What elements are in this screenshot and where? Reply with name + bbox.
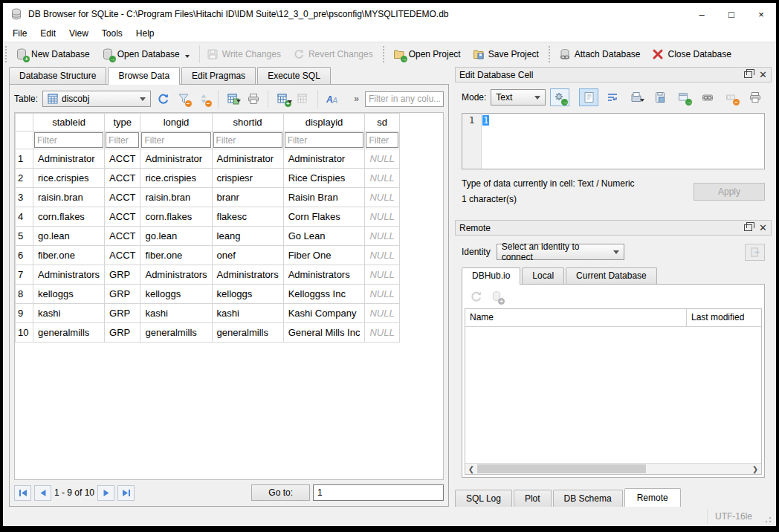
grid-cell[interactable]: Rice Crispies	[283, 169, 365, 188]
row-number[interactable]: 6	[16, 246, 33, 265]
dock-tab-plot[interactable]: Plot	[514, 490, 552, 507]
scroll-right-arrow[interactable]: ❯	[749, 464, 761, 475]
grid-cell[interactable]: corn.flakes	[33, 207, 105, 227]
close-dock-icon[interactable]: ✕	[759, 69, 767, 80]
row-number[interactable]: 4	[16, 207, 33, 227]
grid-cell[interactable]: General Mills Inc	[283, 323, 365, 343]
grid-cell[interactable]: raisin.bran	[33, 188, 105, 207]
cell-editor[interactable]: 1 1	[462, 113, 765, 169]
grid-cell[interactable]: Kashi Company	[283, 304, 365, 323]
grid-cell[interactable]: kashi	[212, 304, 283, 323]
copy-link-button[interactable]	[698, 88, 717, 106]
row-number[interactable]: 3	[16, 188, 33, 207]
column-header-type[interactable]: type	[105, 114, 140, 132]
auto-switch-mode-button[interactable]: →	[550, 88, 569, 106]
filter-input-longid[interactable]	[141, 132, 210, 148]
grid-cell[interactable]: kashi	[140, 304, 212, 323]
horizontal-scrollbar[interactable]: ❮ ❯	[465, 463, 761, 474]
close-database-button[interactable]: Close Database	[647, 44, 738, 65]
toolbar-overflow-chevron[interactable]: »	[354, 94, 359, 104]
mode-select[interactable]: Text	[491, 89, 546, 106]
save-results-button[interactable]	[225, 91, 241, 107]
row-number[interactable]: 8	[16, 285, 33, 304]
grid-cell[interactable]: Administrator	[212, 149, 283, 169]
goto-input[interactable]	[313, 484, 444, 501]
import-data-button[interactable]	[627, 88, 646, 106]
maximize-button[interactable]: □	[717, 4, 746, 24]
grid-cell[interactable]: Administrators	[212, 265, 283, 285]
save-project-button[interactable]: Save Project	[468, 44, 546, 65]
open-project-button[interactable]: → Open Project	[389, 44, 468, 65]
dock-tab-sql-log[interactable]: SQL Log	[455, 490, 512, 507]
grid-cell[interactable]: NULL	[365, 227, 399, 246]
tab-edit-pragmas[interactable]: Edit Pragmas	[181, 67, 256, 84]
grid-cell[interactable]: NULL	[365, 304, 399, 323]
filter-input-displayid[interactable]	[285, 132, 364, 148]
identity-select[interactable]: Select an identity to connect	[497, 244, 624, 260]
grid-cell[interactable]: NULL	[365, 207, 399, 227]
print-button[interactable]	[245, 91, 261, 107]
word-wrap-button[interactable]	[603, 88, 622, 106]
column-header-longid[interactable]: longid	[140, 114, 212, 132]
grid-cell[interactable]: GRP	[105, 265, 140, 285]
close-dock-icon[interactable]: ✕	[759, 222, 767, 233]
grid-cell[interactable]: ACCT	[105, 246, 140, 265]
menu-edit[interactable]: Edit	[33, 26, 62, 42]
grid-cell[interactable]: ACCT	[105, 149, 140, 169]
tab-execute-sql[interactable]: Execute SQL	[257, 67, 331, 84]
grid-cell[interactable]: rice.crispies	[140, 169, 212, 188]
grid-cell[interactable]: GRP	[105, 285, 140, 304]
grid-cell[interactable]: kelloggs	[140, 285, 212, 304]
grid-cell[interactable]: generalmills	[212, 323, 283, 343]
grid-cell[interactable]: kashi	[33, 304, 105, 323]
grid-cell[interactable]: NULL	[365, 265, 399, 285]
column-header-name[interactable]: Name	[465, 309, 687, 326]
toolbar-handle[interactable]	[5, 46, 9, 62]
attach-database-button[interactable]: Attach Database	[555, 44, 648, 65]
column-header-sd[interactable]: sd	[365, 114, 399, 132]
grid-cell[interactable]: NULL	[365, 188, 399, 207]
grid-cell[interactable]: Corn Flakes	[283, 207, 365, 227]
grid-cell[interactable]: fiber.one	[33, 246, 105, 265]
grid-cell[interactable]: ACCT	[105, 207, 140, 227]
open-in-external-button[interactable]: →	[674, 88, 694, 106]
clear-filters-button[interactable]: −	[175, 91, 191, 107]
grid-cell[interactable]: generalmills	[33, 323, 105, 343]
refresh-button[interactable]	[155, 91, 171, 107]
grid-cell[interactable]: GRP	[105, 323, 140, 343]
grid-cell[interactable]: ACCT	[105, 227, 140, 246]
grid-cell[interactable]: Administrators	[283, 265, 365, 285]
scroll-left-arrow[interactable]: ❮	[465, 464, 477, 475]
grid-cell[interactable]: Fiber One	[283, 246, 365, 265]
previous-record-button[interactable]	[34, 485, 51, 501]
encoding-label[interactable]: UTF-16le	[707, 509, 760, 524]
grid-cell[interactable]: Administrators	[140, 265, 212, 285]
float-dock-icon[interactable]	[744, 224, 752, 231]
float-dock-icon[interactable]	[744, 71, 752, 78]
close-button[interactable]: ×	[746, 4, 776, 24]
grid-cell[interactable]: NULL	[365, 285, 399, 304]
grid-cell[interactable]: branr	[212, 188, 283, 207]
scrollbar-track[interactable]	[477, 464, 749, 475]
menu-help[interactable]: Help	[129, 26, 161, 42]
filter-input-stableid[interactable]	[34, 132, 103, 148]
text-mode-button[interactable]	[579, 88, 598, 106]
print-cell-button[interactable]	[746, 88, 765, 106]
menu-view[interactable]: View	[62, 26, 95, 42]
menu-file[interactable]: File	[6, 26, 33, 42]
menu-tools[interactable]: Tools	[95, 26, 129, 42]
remote-dock-header[interactable]: Remote ✕	[455, 220, 772, 236]
filter-input-sd[interactable]	[366, 132, 398, 148]
grid-cell[interactable]: leang	[212, 227, 283, 246]
grid-cell[interactable]: NULL	[365, 323, 399, 343]
tab-local[interactable]: Local	[522, 267, 564, 284]
grid-cell[interactable]: Administrator	[33, 149, 105, 169]
edit-cell-dock-header[interactable]: Edit Database Cell ✕	[455, 67, 772, 82]
grid-cell[interactable]: NULL	[365, 246, 399, 265]
grid-cell[interactable]: GRP	[105, 304, 140, 323]
grid-cell[interactable]: generalmills	[140, 323, 212, 343]
filter-input-type[interactable]	[106, 132, 139, 148]
tab-dbhub[interactable]: DBHub.io	[462, 267, 520, 285]
grid-cell[interactable]: NULL	[365, 149, 399, 169]
grid-cell[interactable]: flakesc	[212, 207, 283, 227]
